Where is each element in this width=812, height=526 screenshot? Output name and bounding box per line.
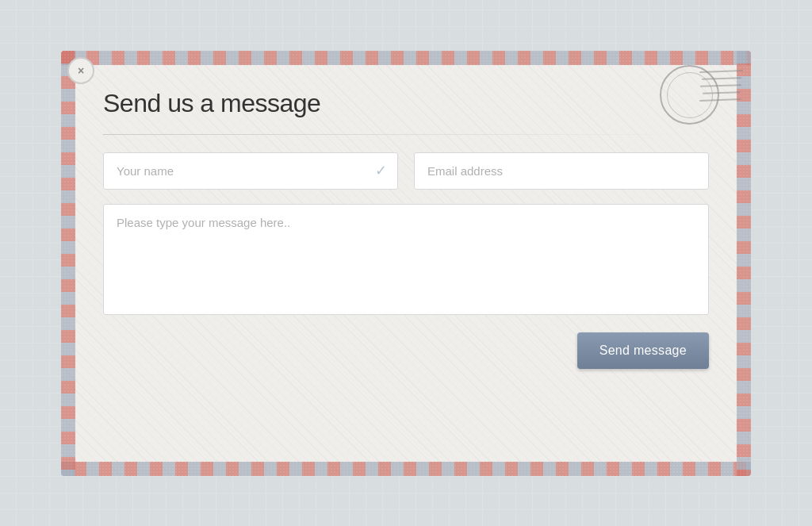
contact-form: ✓ Send message: [103, 152, 709, 369]
name-input[interactable]: [103, 152, 398, 190]
stamp-lines: [699, 71, 747, 114]
stamp-area: [656, 59, 743, 130]
stamp-line: [699, 70, 743, 73]
close-button[interactable]: ×: [67, 57, 94, 84]
stamp-line: [699, 98, 741, 102]
modal-wrapper: × Send us a message ✓ Send message: [61, 51, 751, 476]
stamp-line: [700, 84, 741, 87]
border-left: [61, 51, 75, 476]
stamp-line: [703, 91, 741, 94]
border-top: [61, 51, 751, 65]
postage-stamp: [656, 59, 743, 130]
email-field-wrapper: [414, 152, 709, 190]
envelope: × Send us a message ✓ Send message: [61, 51, 751, 476]
modal-title: Send us a message: [103, 89, 709, 118]
envelope-inner: × Send us a message ✓ Send message: [75, 65, 737, 462]
form-footer: Send message: [103, 332, 709, 369]
title-divider: [103, 134, 709, 135]
message-textarea[interactable]: [103, 204, 709, 315]
name-email-row: ✓: [103, 152, 709, 190]
border-bottom: [61, 462, 751, 476]
stamp-line: [702, 77, 741, 80]
send-message-button[interactable]: Send message: [577, 332, 709, 369]
name-field-wrapper: ✓: [103, 152, 398, 190]
email-input[interactable]: [414, 152, 709, 190]
